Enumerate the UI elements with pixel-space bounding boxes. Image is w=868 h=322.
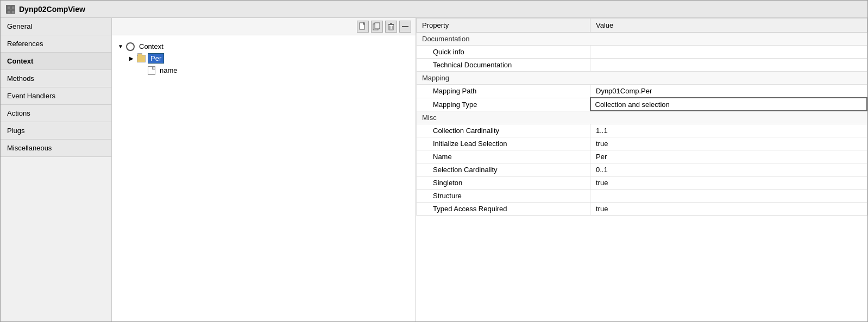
prop-name: Name	[417, 150, 590, 163]
col-header-value: Value	[590, 18, 867, 33]
sidebar: General References Context Methods Event…	[1, 18, 112, 321]
val-mapping-type[interactable]: Collection and selection	[590, 98, 867, 111]
prop-mapping-type: Mapping Type	[417, 98, 590, 111]
tree-node-name[interactable]: ▶ name	[139, 65, 410, 76]
prop-collection-cardinality: Collection Cardinality	[417, 124, 590, 137]
sidebar-item-context[interactable]: Context	[1, 53, 111, 70]
doc-icon	[148, 66, 155, 75]
row-structure: Structure	[417, 190, 867, 203]
row-initialize-lead-selection: Initialize Lead Selection true	[417, 137, 867, 150]
sidebar-item-methods[interactable]: Methods	[1, 70, 111, 87]
svg-rect-8	[389, 24, 393, 30]
section-mapping-label: Mapping	[417, 72, 867, 85]
sidebar-item-references[interactable]: References	[1, 35, 111, 53]
per-label[interactable]: Per	[148, 53, 164, 64]
context-label: Context	[137, 42, 166, 51]
row-selection-cardinality: Selection Cardinality 0..1	[417, 163, 867, 176]
tree-toggle-per[interactable]: ▶	[128, 55, 135, 62]
sidebar-item-miscellaneous[interactable]: Miscellaneous	[1, 140, 111, 157]
section-mapping: Mapping	[417, 72, 867, 85]
row-mapping-type[interactable]: Mapping Type Collection and selection	[417, 98, 867, 111]
delete-button[interactable]	[385, 21, 397, 33]
row-singleton: Singleton true	[417, 176, 867, 190]
prop-technical-doc: Technical Documentation	[417, 59, 590, 72]
val-technical-doc[interactable]	[590, 59, 867, 72]
val-collection-cardinality[interactable]: 1..1	[590, 124, 867, 137]
section-documentation: Documentation	[417, 33, 867, 46]
prop-structure: Structure	[417, 190, 590, 203]
val-quick-info[interactable]	[590, 46, 867, 59]
col-header-property: Property	[417, 18, 590, 33]
row-name: Name Per	[417, 150, 867, 163]
tree-area: ▼ Context ▶ Per ▶	[112, 35, 416, 321]
val-initialize-lead-selection[interactable]: true	[590, 137, 867, 150]
window-title: Dynp02CompView	[19, 5, 85, 14]
section-documentation-label: Documentation	[417, 33, 867, 46]
row-typed-access-required: Typed Access Required true	[417, 203, 867, 216]
svg-rect-0	[7, 6, 10, 9]
section-misc: Misc	[417, 111, 867, 124]
copy-button[interactable]	[371, 21, 383, 33]
toolbar	[112, 18, 416, 35]
val-singleton[interactable]: true	[590, 176, 867, 190]
tree-node-context[interactable]: ▼ Context	[117, 41, 410, 52]
sidebar-item-actions[interactable]: Actions	[1, 105, 111, 122]
properties-panel: Property Value Documentation Quick info …	[416, 18, 867, 321]
sidebar-item-event-handlers[interactable]: Event Handlers	[1, 87, 111, 105]
title-bar: Dynp02CompView	[1, 1, 867, 18]
val-name[interactable]: Per	[590, 150, 867, 163]
window-icon	[6, 5, 15, 14]
prop-quick-info: Quick info	[417, 46, 590, 59]
sidebar-item-plugs[interactable]: Plugs	[1, 122, 111, 140]
row-mapping-path: Mapping Path Dynp01Comp.Per	[417, 85, 867, 98]
prop-initialize-lead-selection: Initialize Lead Selection	[417, 137, 590, 150]
prop-selection-cardinality: Selection Cardinality	[417, 163, 590, 176]
prop-singleton: Singleton	[417, 176, 590, 190]
row-quick-info: Quick info	[417, 46, 867, 59]
val-typed-access-required[interactable]: true	[590, 203, 867, 216]
per-children: ▶ name	[139, 65, 410, 76]
name-label: name	[158, 66, 180, 75]
val-mapping-path[interactable]: Dynp01Comp.Per	[590, 85, 867, 98]
center-panel: ▼ Context ▶ Per ▶	[112, 18, 416, 321]
collapse-button[interactable]	[399, 21, 411, 33]
tree-node-per[interactable]: ▶ Per	[128, 52, 410, 65]
tree-toggle-context[interactable]: ▼	[117, 43, 124, 50]
row-technical-doc: Technical Documentation	[417, 59, 867, 72]
val-selection-cardinality[interactable]: 0..1	[590, 163, 867, 176]
main-window: Dynp02CompView General References Contex…	[0, 0, 868, 322]
tree-children: ▶ Per ▶ name	[128, 52, 410, 76]
svg-rect-3	[11, 10, 15, 14]
section-misc-label: Misc	[417, 111, 867, 124]
context-icon	[126, 42, 135, 51]
prop-typed-access-required: Typed Access Required	[417, 203, 590, 216]
main-content: General References Context Methods Event…	[1, 18, 867, 321]
sidebar-item-general[interactable]: General	[1, 18, 111, 35]
properties-table: Property Value Documentation Quick info …	[416, 18, 867, 216]
svg-rect-7	[375, 23, 380, 29]
val-structure[interactable]	[590, 190, 867, 203]
svg-rect-1	[11, 6, 15, 9]
prop-mapping-path: Mapping Path	[417, 85, 590, 98]
svg-rect-2	[7, 10, 10, 14]
folder-icon	[137, 55, 146, 62]
new-button[interactable]	[357, 21, 369, 33]
row-collection-cardinality: Collection Cardinality 1..1	[417, 124, 867, 137]
